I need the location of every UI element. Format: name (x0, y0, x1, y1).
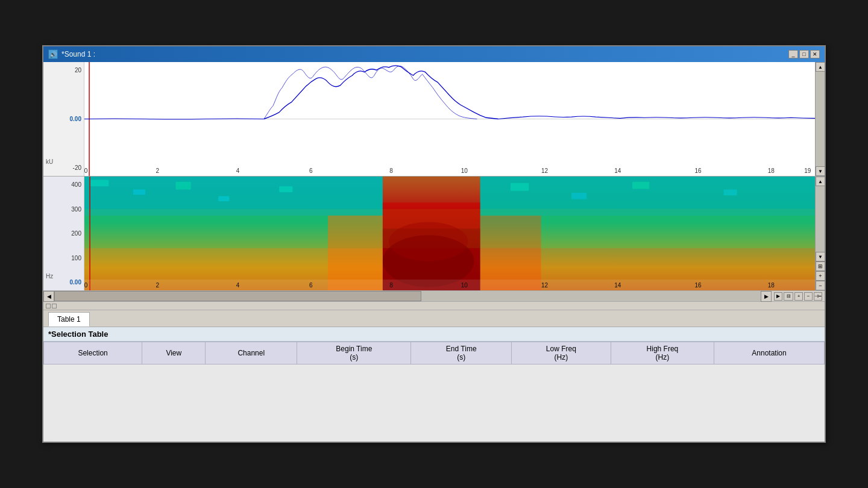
spectrogram-y-axis: 400 300 200 100 0.00 Hz (43, 177, 84, 290)
spec-grid-button[interactable]: ⊞ (816, 261, 825, 271)
toolbar-row (43, 302, 825, 310)
svg-rect-13 (133, 190, 145, 195)
y-label-200: 200 (46, 230, 81, 237)
collapse-button[interactable] (46, 304, 51, 308)
spectrogram-time-axis: s0 2 4 6 8 10 12 14 16 18 (84, 280, 815, 290)
svg-rect-17 (511, 183, 529, 191)
svg-rect-19 (632, 182, 649, 189)
zoom-fit-button[interactable]: ⊣⊢ (814, 292, 822, 301)
time-tick-16: 16 (695, 167, 702, 174)
col-annotation: Annotation (714, 342, 825, 364)
close-button[interactable]: ✕ (810, 50, 820, 58)
spec-y-unit: Hz (46, 273, 53, 280)
zoom-in-button[interactable]: + (794, 292, 803, 301)
time-tick-2: 2 (156, 167, 159, 174)
horizontal-scrollbar-row[interactable]: ◀ ▶ ▶ ⊟ + − ⊣⊢ (43, 291, 825, 302)
col-high-freq: High Freq(Hz) (611, 342, 714, 364)
maximize-button[interactable]: □ (799, 50, 809, 58)
time-tick-19: 19 (804, 167, 811, 174)
y-label-0hz: 0.00 (46, 279, 81, 286)
spec-plus-button[interactable]: + (816, 271, 825, 281)
svg-rect-16 (279, 186, 292, 192)
waveform-y-axis: 20 0.00 -20 kU (43, 62, 84, 176)
spec-tick-12: 12 (541, 282, 548, 289)
playback-bar: ▶ ⊟ + − ⊣⊢ (772, 291, 825, 301)
waveform-time-axis: s0 2 4 6 8 10 12 14 16 18 19 (84, 165, 815, 176)
col-channel: Channel (206, 342, 297, 364)
svg-rect-20 (724, 190, 737, 196)
app-icon: 🔊 (48, 49, 58, 59)
h-scroll-right-button[interactable]: ▶ (761, 291, 772, 302)
title-bar-buttons: _ □ ✕ (788, 50, 820, 58)
time-tick-4: 4 (236, 167, 240, 174)
time-tick-18: 18 (768, 167, 775, 174)
spec-tick-10: 10 (461, 282, 468, 289)
spec-tick-8: 8 (389, 282, 393, 289)
title-bar: 🔊 *Sound 1 : _ □ ✕ (43, 46, 825, 62)
spec-scroll-track[interactable] (816, 186, 825, 252)
time-tick-6: 6 (309, 167, 313, 174)
spectrogram-panel: 400 300 200 100 0.00 Hz (43, 177, 825, 291)
tab-bar: Table 1 (43, 310, 825, 327)
waveform-panel: 20 0.00 -20 kU (43, 62, 825, 177)
waveform-svg (84, 62, 815, 176)
scroll-down-button[interactable]: ▼ (816, 166, 825, 176)
spec-tick-6: 6 (309, 282, 313, 289)
h-scroll-thumb[interactable] (54, 291, 421, 301)
spectrogram-right-panel: ▲ ▼ ⊞ + − (815, 177, 825, 290)
waveform-scrollbar[interactable]: ▲ ▼ (815, 62, 825, 176)
title-bar-left: 🔊 *Sound 1 : (48, 49, 95, 59)
col-low-freq: Low Freq(Hz) (511, 342, 611, 364)
tab-table1[interactable]: Table 1 (48, 312, 90, 327)
h-scroll-left-button[interactable]: ◀ (43, 291, 54, 302)
minimize-button[interactable]: _ (788, 50, 798, 58)
time-tick-12: 12 (541, 167, 548, 174)
selection-table: Selection View Channel Begin Time(s) End… (43, 342, 825, 364)
spec-scroll-up[interactable]: ▲ (816, 177, 825, 186)
window-title: *Sound 1 : (61, 50, 95, 58)
svg-rect-12 (90, 180, 108, 186)
time-tick-14: 14 (614, 167, 621, 174)
spec-tick-14: 14 (614, 282, 621, 289)
y-label-400: 400 (46, 181, 81, 188)
spec-tick-4: 4 (236, 282, 240, 289)
table-wrapper[interactable]: Selection View Channel Begin Time(s) End… (43, 342, 825, 442)
spec-scroll-down[interactable]: ▼ (816, 252, 825, 261)
spec-tick-18: 18 (768, 282, 775, 289)
window-content: 20 0.00 -20 kU (43, 62, 825, 442)
select-mode-button[interactable]: ⊟ (784, 292, 793, 301)
y-label-100: 100 (46, 255, 81, 261)
y-label-minus20: -20 (46, 164, 81, 171)
svg-rect-14 (176, 182, 191, 190)
y-label-20: 20 (46, 67, 81, 74)
col-begin-time: Begin Time(s) (297, 342, 411, 364)
spec-tick-16: 16 (695, 282, 702, 289)
spec-tick-2: 2 (156, 282, 159, 289)
zoom-out-button[interactable]: − (804, 292, 813, 301)
spec-minus-button[interactable]: − (816, 281, 825, 290)
spec-tick-s0: s0 (84, 282, 87, 289)
svg-rect-15 (218, 196, 229, 201)
y-label-300: 300 (46, 206, 81, 213)
spectrogram-canvas[interactable]: s0 2 4 6 8 10 12 14 16 18 (84, 177, 815, 290)
col-selection: Selection (44, 342, 142, 364)
main-window: 🔊 *Sound 1 : _ □ ✕ 20 0.00 -20 kU (42, 45, 826, 443)
waveform-y-unit: kU (46, 158, 53, 165)
scroll-track[interactable] (816, 72, 825, 166)
selection-table-title: *Selection Table (43, 327, 825, 342)
expand-button[interactable] (52, 304, 57, 308)
col-view: View (142, 342, 206, 364)
time-tick-8: 8 (389, 167, 393, 174)
svg-point-25 (389, 222, 468, 261)
col-end-time: End Time(s) (411, 342, 511, 364)
y-label-0: 0.00 (46, 116, 81, 122)
spectrogram-svg (84, 177, 815, 290)
svg-rect-18 (571, 193, 587, 199)
bottom-section: Table 1 *Selection Table Selection View … (43, 310, 825, 442)
waveform-canvas[interactable]: s0 2 4 6 8 10 12 14 16 18 19 (84, 62, 815, 176)
scroll-up-button[interactable]: ▲ (816, 62, 825, 72)
time-tick-s0: s0 (84, 167, 87, 174)
time-tick-10: 10 (461, 167, 468, 174)
play-button[interactable]: ▶ (774, 292, 782, 301)
h-scroll-track[interactable] (54, 291, 761, 301)
